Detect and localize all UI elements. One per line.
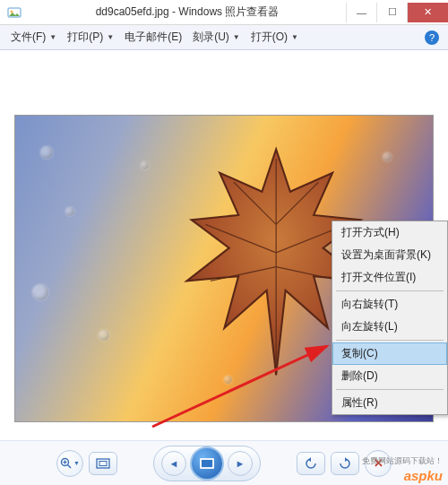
menu-print-label: 打印(P): [67, 30, 103, 45]
menu-email[interactable]: 电子邮件(E): [119, 27, 187, 48]
svg-rect-14: [97, 459, 109, 468]
fit-window-button[interactable]: [89, 452, 117, 475]
ctx-separator: [336, 340, 444, 341]
prev-button[interactable]: ◄: [161, 451, 186, 476]
ctx-set-wallpaper[interactable]: 设置为桌面背景(K): [332, 244, 447, 266]
close-button[interactable]: ✕: [407, 3, 448, 22]
ctx-rotate-left[interactable]: 向左旋转(L): [332, 316, 447, 338]
ctx-open-with[interactable]: 打开方式(H): [332, 221, 447, 244]
context-menu: 打开方式(H) 设置为桌面背景(K) 打开文件位置(I) 向右旋转(T) 向左旋…: [332, 221, 448, 415]
chevron-down-icon: ▼: [233, 33, 240, 41]
window-title: dd9ca05efd.jpg - Windows 照片查看器: [29, 4, 346, 20]
svg-rect-15: [99, 461, 107, 465]
watermark-main: aspku: [404, 468, 443, 483]
rotate-cw-button[interactable]: [331, 452, 359, 475]
ctx-properties[interactable]: 属性(R): [332, 392, 447, 414]
menubar: 文件(F)▼ 打印(P)▼ 电子邮件(E) 刻录(U)▼ 打开(O)▼ ?: [0, 25, 448, 50]
ctx-delete[interactable]: 删除(D): [332, 365, 447, 387]
svg-line-11: [68, 464, 72, 468]
minimize-button[interactable]: —: [346, 3, 376, 22]
window-controls: — ☐ ✕: [346, 3, 448, 22]
ctx-separator: [336, 290, 444, 291]
menu-file-label: 文件(F): [11, 30, 46, 45]
chevron-down-icon: ▼: [49, 33, 56, 41]
zoom-button[interactable]: ▼: [56, 450, 83, 477]
next-button[interactable]: ►: [228, 451, 253, 476]
ctx-rotate-right[interactable]: 向右旋转(T): [332, 293, 447, 316]
menu-print[interactable]: 打印(P)▼: [62, 27, 119, 48]
help-icon[interactable]: ?: [425, 30, 439, 45]
watermark-subtitle: 免费网站源码下载站！: [362, 455, 443, 467]
titlebar: dd9ca05efd.jpg - Windows 照片查看器 — ☐ ✕: [0, 0, 448, 25]
menu-burn-label: 刻录(U): [193, 30, 229, 45]
slideshow-button[interactable]: [190, 446, 224, 481]
app-icon: [5, 4, 23, 22]
rotate-ccw-button[interactable]: [297, 452, 325, 475]
maximize-button[interactable]: ☐: [376, 3, 407, 22]
ctx-copy[interactable]: 复制(C): [332, 342, 447, 365]
chevron-down-icon: ▼: [291, 33, 298, 41]
menu-open-label: 打开(O): [251, 30, 288, 45]
chevron-down-icon: ▼: [73, 460, 80, 466]
ctx-open-location[interactable]: 打开文件位置(I): [332, 266, 447, 289]
svg-rect-17: [202, 460, 212, 467]
chevron-down-icon: ▼: [107, 33, 114, 41]
nav-cluster: ◄ ►: [153, 446, 261, 481]
menu-open[interactable]: 打开(O)▼: [246, 27, 304, 48]
ctx-separator: [336, 389, 444, 390]
photo-viewer: 打开方式(H) 设置为桌面背景(K) 打开文件位置(I) 向右旋转(T) 向左旋…: [0, 50, 448, 440]
menu-burn[interactable]: 刻录(U)▼: [187, 27, 246, 48]
menu-email-label: 电子邮件(E): [125, 30, 182, 45]
menu-file[interactable]: 文件(F)▼: [5, 27, 62, 48]
